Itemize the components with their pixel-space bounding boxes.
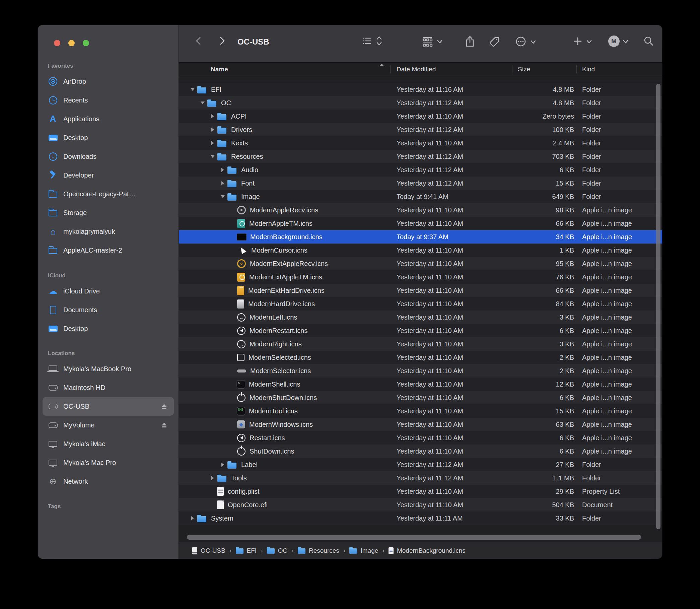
file-row[interactable]: ModernExtHardDrive.icnsYesterday at 11:1… xyxy=(179,284,662,297)
sidebar-item-developer[interactable]: Developer xyxy=(42,166,174,185)
hammer-icon xyxy=(48,170,58,180)
file-row[interactable]: Restart.icnsYesterday at 11:10 AM6 KBApp… xyxy=(179,431,662,445)
file-row[interactable]: ModernSelector.icnsYesterday at 11:10 AM… xyxy=(179,364,662,378)
file-row[interactable]: OCYesterday at 11:12 AM4.8 MBFolder xyxy=(179,96,662,109)
file-row[interactable]: ModernCursor.icnsYesterday at 11:10 AM1 … xyxy=(179,244,662,257)
appstore-icon: A xyxy=(48,114,58,124)
sidebar-item-applealc-master-2[interactable]: AppleALC-master-2 xyxy=(42,241,174,260)
file-row[interactable]: ModernRestart.icnsYesterday at 11:10 AM6… xyxy=(179,324,662,337)
disclosure-right-icon[interactable] xyxy=(218,458,227,471)
close-window-button[interactable] xyxy=(54,40,60,46)
share-button[interactable] xyxy=(464,35,476,48)
back-button[interactable] xyxy=(194,35,204,47)
file-row[interactable]: ModernSelected.icnsYesterday at 11:10 AM… xyxy=(179,351,662,364)
file-row[interactable]: config.plistYesterday at 11:10 AM29 KBPr… xyxy=(179,485,662,498)
file-row[interactable]: ModernShell.icnsYesterday at 11:10 AM12 … xyxy=(179,378,662,391)
sidebar-item-network[interactable]: ⊕Network xyxy=(42,472,174,491)
eject-icon[interactable] xyxy=(161,422,167,428)
file-row[interactable]: LabelYesterday at 11:12 AM27 KBFolder xyxy=(179,458,662,471)
column-header-date-modified[interactable]: Date Modified xyxy=(397,63,436,76)
vertical-scrollbar[interactable] xyxy=(656,84,661,529)
column-divider[interactable] xyxy=(576,65,577,73)
sidebar-item-mykola-s-imac[interactable]: Mykola’s iMac xyxy=(42,434,174,453)
file-row[interactable]: ModernWindows.icnsYesterday at 11:10 AM6… xyxy=(179,418,662,431)
column-header-kind[interactable]: Kind xyxy=(582,63,595,76)
file-row[interactable]: ModernTool.icnsYesterday at 11:10 AM15 K… xyxy=(179,404,662,418)
search-button[interactable] xyxy=(643,35,655,47)
file-row[interactable]: ModernShutDown.icnsYesterday at 11:10 AM… xyxy=(179,391,662,404)
sidebar-item-documents[interactable]: Documents xyxy=(42,300,174,319)
more-actions-button[interactable] xyxy=(514,35,537,48)
group-by-button[interactable] xyxy=(422,35,443,47)
file-row[interactable]: DriversYesterday at 11:12 AM100 KBFolder xyxy=(179,123,662,136)
sidebar-item-mykola-s-macbook-pro[interactable]: Mykola’s MacBook Pro xyxy=(42,360,174,378)
account-button[interactable]: M xyxy=(608,35,629,47)
breadcrumb-item[interactable]: Resources xyxy=(298,547,339,554)
sidebar-item-myvolume[interactable]: MyVolume xyxy=(42,416,174,434)
sidebar-item-mykolagrymalyuk[interactable]: ⌂mykolagrymalyuk xyxy=(42,222,174,241)
column-divider[interactable] xyxy=(512,65,512,73)
file-row[interactable]: ToolsYesterday at 11:12 AM1.1 MBFolder xyxy=(179,471,662,485)
new-folder-button[interactable] xyxy=(572,35,593,47)
globe-icon: ⊕ xyxy=(49,477,57,486)
tags-button[interactable] xyxy=(488,35,501,48)
breadcrumb-item[interactable]: EFI xyxy=(236,547,257,554)
sidebar-item-oc-usb[interactable]: OC-USB xyxy=(42,397,174,416)
sidebar-item-desktop[interactable]: Desktop xyxy=(42,128,174,147)
file-row[interactable]: ModernRight.icnsYesterday at 11:10 AM3 K… xyxy=(179,337,662,351)
file-row[interactable]: OpenCore.efiYesterday at 11:10 AM504 KBD… xyxy=(179,498,662,511)
disclosure-down-icon[interactable] xyxy=(218,190,227,203)
disclosure-right-icon[interactable] xyxy=(188,511,197,525)
minimize-window-button[interactable] xyxy=(68,40,75,46)
column-divider[interactable] xyxy=(390,65,390,73)
file-row[interactable]: ModernExtAppleRecv.icnsYesterday at 11:1… xyxy=(179,257,662,270)
sidebar-item-icloud-drive[interactable]: ☁iCloud Drive xyxy=(42,282,174,300)
sidebar-item-applications[interactable]: AApplications xyxy=(42,109,174,128)
sidebar-item-mykola-s-mac-pro[interactable]: Mykola’s Mac Pro xyxy=(42,453,174,472)
sidebar-item-storage[interactable]: Storage xyxy=(42,203,174,222)
file-row[interactable]: AudioYesterday at 11:12 AM6 KBFolder xyxy=(179,163,662,176)
file-row[interactable]: ShutDown.icnsYesterday at 11:10 AM6 KBAp… xyxy=(179,445,662,458)
breadcrumb-item[interactable]: OC-USB xyxy=(192,547,225,554)
file-row[interactable]: FontYesterday at 11:12 AM15 KBFolder xyxy=(179,176,662,190)
view-mode-button[interactable] xyxy=(362,35,383,47)
disclosure-down-icon[interactable] xyxy=(208,150,217,163)
breadcrumb-item[interactable]: OC xyxy=(267,547,288,554)
disclosure-right-icon[interactable] xyxy=(208,136,217,150)
file-row[interactable]: ModernBackground.icnsToday at 9:37 AM34 … xyxy=(179,230,662,244)
disclosure-right-icon[interactable] xyxy=(218,176,227,190)
file-row[interactable]: ModernExtAppleTM.icnsYesterday at 11:10 … xyxy=(179,270,662,284)
file-row[interactable]: ModernAppleTM.icnsYesterday at 11:10 AM6… xyxy=(179,217,662,230)
disclosure-right-icon[interactable] xyxy=(218,163,227,176)
horizontal-scrollbar[interactable] xyxy=(187,535,641,540)
breadcrumb-item[interactable]: Image xyxy=(349,547,378,554)
file-row[interactable]: ModernHardDrive.icnsYesterday at 11:10 A… xyxy=(179,297,662,311)
disclosure-right-icon[interactable] xyxy=(208,123,217,136)
file-row[interactable]: ACPIYesterday at 11:10 AMZero bytesFolde… xyxy=(179,109,662,123)
disclosure-right-icon[interactable] xyxy=(208,471,217,485)
sidebar-item-desktop[interactable]: Desktop xyxy=(42,319,174,338)
file-row[interactable]: SystemYesterday at 11:11 AM33 KBFolder xyxy=(179,511,662,525)
zoom-window-button[interactable] xyxy=(83,40,89,46)
column-header-name[interactable]: Name xyxy=(211,63,228,76)
file-row[interactable]: ModernAppleRecv.icnsYesterday at 11:10 A… xyxy=(179,203,662,217)
file-name-cell: ACPI xyxy=(179,109,247,123)
sidebar-item-opencore-legacy-pat-[interactable]: Opencore-Legacy-Pat… xyxy=(42,185,174,203)
disclosure-down-icon[interactable] xyxy=(188,83,197,96)
breadcrumb-item[interactable]: ModernBackground.icns xyxy=(388,547,466,554)
disclosure-right-icon[interactable] xyxy=(208,109,217,123)
disclosure-down-icon[interactable] xyxy=(198,96,207,109)
breadcrumb-separator: › xyxy=(343,547,346,554)
eject-icon[interactable] xyxy=(161,404,167,410)
sidebar-item-macintosh-hd[interactable]: Macintosh HD xyxy=(42,378,174,397)
file-row[interactable]: KextsYesterday at 11:10 AM2.4 MBFolder xyxy=(179,136,662,150)
sidebar-item-recents[interactable]: Recents xyxy=(42,91,174,109)
file-row[interactable]: EFIYesterday at 11:16 AM4.8 MBFolder xyxy=(179,83,662,96)
file-row[interactable]: ImageToday at 9:41 AM649 KBFolder xyxy=(179,190,662,203)
sidebar-item-airdrop[interactable]: AirDrop xyxy=(42,72,174,91)
sidebar-item-downloads[interactable]: ↓Downloads xyxy=(42,147,174,166)
forward-button[interactable] xyxy=(217,35,227,47)
file-row[interactable]: ResourcesYesterday at 11:12 AM703 KBFold… xyxy=(179,150,662,163)
column-header-size[interactable]: Size xyxy=(518,63,530,76)
file-row[interactable]: ModernLeft.icnsYesterday at 11:10 AM3 KB… xyxy=(179,311,662,324)
